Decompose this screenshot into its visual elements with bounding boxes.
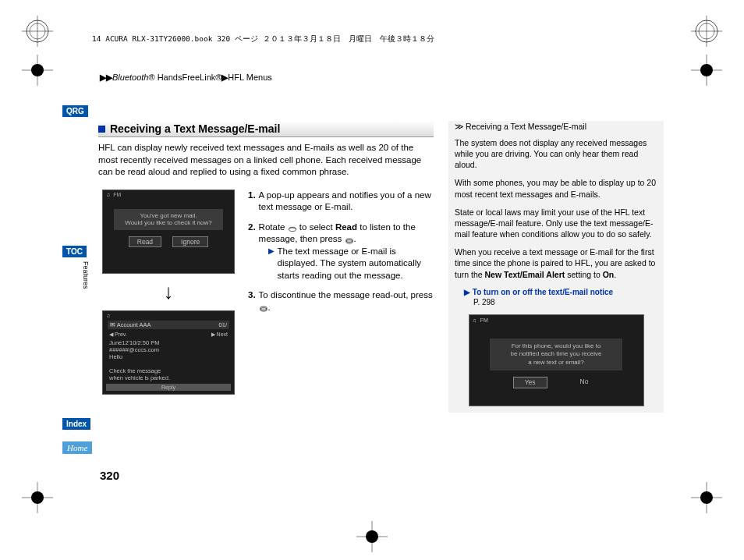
steps-list: 1.A pop-up appears and notifies you of a… — [248, 190, 434, 395]
screen1-read-button: Read — [129, 236, 161, 247]
cropmark-mid-right — [691, 55, 722, 86]
cropmark-bottom-center — [356, 521, 388, 552]
cropmark-top-right — [691, 16, 722, 47]
page-number: 320 — [100, 469, 119, 482]
rotate-knob-icon — [288, 224, 297, 232]
heading-square-icon — [98, 126, 105, 133]
screen1-ignore-button: Ignore — [172, 236, 208, 247]
breadcrumb: ▶▶Bluetooth® HandsFreeLink®▶HFL Menus — [100, 73, 272, 83]
down-arrow-icon: ↓ — [164, 280, 174, 304]
toc-button[interactable]: TOC — [62, 246, 87, 257]
screen-alert-confirm: ♫FM For this phone, would you like to be… — [469, 314, 644, 406]
file-info-header: 14 ACURA RLX-31TY26000.book 320 ページ ２０１３… — [92, 34, 434, 44]
qrg-button[interactable]: QRG — [62, 105, 88, 117]
features-label: Features — [82, 261, 90, 289]
home-button[interactable]: Home — [62, 441, 92, 454]
triangle-bullet-icon: ▶ — [268, 246, 275, 282]
svg-point-23 — [289, 228, 296, 232]
cropmark-mid-left — [22, 55, 53, 86]
note-icon: ≫ — [455, 121, 464, 133]
screen-popup-newmail: ♫FM You've got new mail. Would you like … — [102, 190, 235, 274]
xref-link[interactable]: ▶ To turn on or off the text/E-mail noti… — [464, 288, 613, 296]
section-heading: Receiving a Text Message/E-mail — [98, 121, 434, 137]
index-button[interactable]: Index — [62, 418, 90, 430]
cropmark-bottom-right — [691, 482, 722, 513]
screen3-yes-button: Yes — [513, 377, 547, 388]
screen3-no-button: No — [569, 377, 600, 388]
intro-text: HFL can display newly received text mess… — [98, 142, 434, 179]
cropmark-top-left — [22, 16, 53, 47]
right-sidebar-notes: ≫Receiving a Text Message/E-mail The sys… — [448, 121, 664, 413]
press-knob-icon-2 — [259, 304, 268, 312]
screen-message-detail: ♫ ✉ Account AAA01/ ◀ Prev.▶ Next June12'… — [102, 310, 235, 395]
cropmark-bottom-left — [22, 482, 53, 513]
press-knob-icon — [345, 236, 354, 243]
